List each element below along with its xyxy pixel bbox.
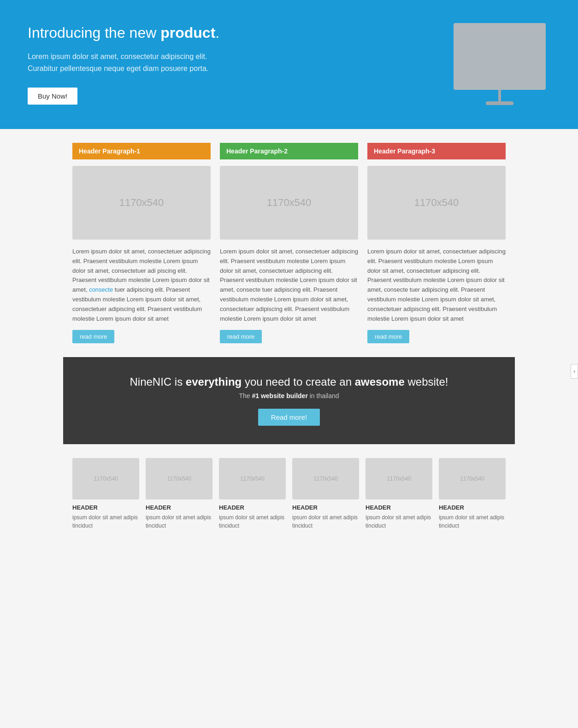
mini-header-4: HEADER [292, 504, 359, 511]
mini-image-4: 1170x540 [292, 458, 359, 499]
mini-text-2: ipsum dolor sit amet adipis tinciduct [146, 513, 212, 530]
read-more-button-2[interactable]: read more [220, 330, 262, 343]
mini-card-5: 1170x540 HEADER ipsum dolor sit amet adi… [366, 458, 432, 530]
column-header-2: Header Paragraph-2 [220, 143, 358, 159]
column-text-2: Lorem ipsum dolor sit amet, consectetuer… [220, 247, 358, 323]
read-more-button-3[interactable]: read more [367, 330, 409, 343]
mini-image-2: 1170x540 [146, 458, 212, 499]
mini-text-3: ipsum dolor sit amet adipis tinciduct [219, 513, 286, 530]
main-container: Header Paragraph-1 1170x540 Lorem ipsum … [63, 129, 515, 544]
column-card-2: Header Paragraph-2 1170x540 Lorem ipsum … [220, 143, 358, 343]
mini-image-6: 1170x540 [439, 458, 506, 499]
dark-banner-title: NineNIC is everything you need to create… [72, 376, 506, 388]
mini-card-3: 1170x540 HEADER ipsum dolor sit amet adi… [219, 458, 286, 530]
column-text-3: Lorem ipsum dolor sit amet, consectetuer… [367, 247, 506, 323]
hero-content: Introducing the new product. Lorem ipsum… [28, 24, 431, 104]
column-link-1[interactable]: consecte [89, 286, 113, 293]
scroll-arrow-icon[interactable]: › [571, 364, 578, 379]
mini-card-4: 1170x540 HEADER ipsum dolor sit amet adi… [292, 458, 359, 530]
mini-card-6: 1170x540 HEADER ipsum dolor sit amet adi… [439, 458, 506, 530]
mini-image-1: 1170x540 [72, 458, 139, 499]
column-header-1: Header Paragraph-1 [72, 143, 211, 159]
dark-banner-read-more-button[interactable]: Read more! [258, 409, 320, 426]
three-column-section: Header Paragraph-1 1170x540 Lorem ipsum … [72, 143, 506, 343]
mini-card-2: 1170x540 HEADER ipsum dolor sit amet adi… [146, 458, 212, 530]
mini-header-3: HEADER [219, 504, 286, 511]
mini-text-5: ipsum dolor sit amet adipis tinciduct [366, 513, 432, 530]
mini-image-5: 1170x540 [366, 458, 432, 499]
hero-title: Introducing the new product. [28, 24, 431, 41]
column-image-3: 1170x540 [367, 166, 506, 240]
mini-header-5: HEADER [366, 504, 432, 511]
mini-text-1: ipsum dolor sit amet adipis tinciduct [72, 513, 139, 530]
column-text-1: Lorem ipsum dolor sit amet, consectetuer… [72, 247, 211, 323]
hero-subtitle: Lorem ipsum dolor sit amet, consectetur … [28, 51, 431, 74]
mini-header-2: HEADER [146, 504, 212, 511]
mini-header-1: HEADER [72, 504, 139, 511]
dark-banner: NineNIC is everything you need to create… [63, 357, 515, 444]
dark-banner-subtitle: The #1 website builder in thailand [72, 392, 506, 399]
six-column-grid: 1170x540 HEADER ipsum dolor sit amet adi… [72, 458, 506, 530]
column-image-2: 1170x540 [220, 166, 358, 240]
mini-image-3: 1170x540 [219, 458, 286, 499]
mini-text-6: ipsum dolor sit amet adipis tinciduct [439, 513, 506, 530]
column-header-3: Header Paragraph-3 [367, 143, 506, 159]
monitor-base [486, 101, 513, 105]
monitor-stand [498, 90, 501, 101]
monitor-screen [454, 23, 546, 90]
column-image-1: 1170x540 [72, 166, 211, 240]
column-card-1: Header Paragraph-1 1170x540 Lorem ipsum … [72, 143, 211, 343]
read-more-button-1[interactable]: read more [72, 330, 114, 343]
monitor-icon [449, 23, 550, 106]
buy-now-button[interactable]: Buy Now! [28, 88, 77, 105]
mini-text-4: ipsum dolor sit amet adipis tinciduct [292, 513, 359, 530]
mini-card-1: 1170x540 HEADER ipsum dolor sit amet adi… [72, 458, 139, 530]
mini-header-6: HEADER [439, 504, 506, 511]
hero-section: Introducing the new product. Lorem ipsum… [0, 0, 578, 129]
column-card-3: Header Paragraph-3 1170x540 Lorem ipsum … [367, 143, 506, 343]
